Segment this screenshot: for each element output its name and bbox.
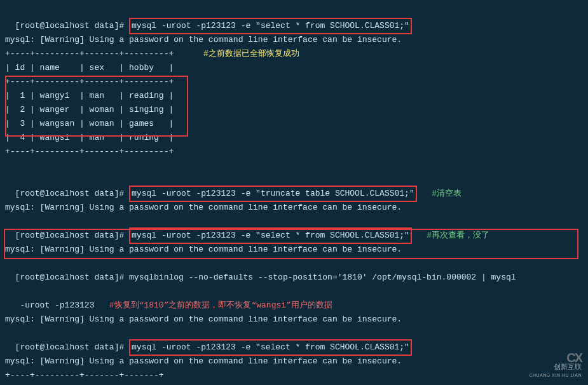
shell-prompt: [root@localhost data]# [15, 21, 129, 30]
mysqlbinlog-cmd: mysqlbinlog --no-defaults --stop-positio… [129, 273, 521, 282]
shell-prompt: [root@localhost data]# [15, 273, 129, 282]
table-separator: +----+---------+-------+---------+ #之前数据… [5, 47, 583, 61]
table-separator: +----+---------+-------+---------+ [5, 145, 583, 159]
watermark-logo: CX 创新互联 CHUANG XIN HU LIAN [529, 353, 582, 380]
table-header: | id | name | sex | hobby | [5, 61, 583, 75]
logo-mark: CX [529, 353, 582, 362]
terminal-line: [root@localhost data]# mysqlbinlog --no-… [5, 257, 583, 285]
mysql-select-cmd: mysql -uroot -p123123 -e "select * from … [129, 339, 412, 356]
table-separator: +----+---------+-------+---------+ [5, 75, 583, 89]
mysql-warning: mysql: [Warning] Using a password on the… [5, 243, 583, 257]
table-row: | 3 | wangsan | woman | games | [5, 117, 583, 131]
mysql-warning: mysql: [Warning] Using a password on the… [5, 355, 583, 368]
shell-prompt: [root@localhost data]# [15, 231, 129, 240]
terminal-line: [root@localhost data]# mysql -uroot -p12… [5, 215, 583, 243]
mysqlbinlog-cmd-cont: -uroot -p123123 [15, 301, 95, 310]
shell-prompt: [root@localhost data]# [15, 342, 129, 352]
table-row: | 4 | wangsi | man | runing | [5, 131, 583, 145]
mysql-select-cmd: mysql -uroot -p123123 -e "select * from … [129, 18, 412, 34]
terminal-line: [root@localhost data]# mysql -uroot -p12… [5, 327, 583, 355]
annotation: #之前数据已全部恢复成功 [203, 49, 299, 58]
table-row: | 1 | wangyi | man | reading | [5, 89, 583, 103]
annotation: #再次查看，没了 [427, 231, 489, 240]
table-header: | id | name | sex | hobby | [5, 382, 583, 385]
mysql-warning: mysql: [Warning] Using a password on the… [5, 33, 583, 47]
mysql-truncate-cmd: mysql -uroot -p123123 -e "truncate table… [129, 186, 417, 202]
terminal-line: [root@localhost data]# mysql -uroot -p12… [5, 173, 583, 201]
table-separator: +----+---------+-------+-------+ [5, 368, 583, 382]
annotation: #恢复到“1810”之前的数据，即不恢复“wangsi”用户的数据 [109, 301, 332, 310]
logo-text: 创新互联 [529, 362, 582, 371]
terminal-line: [root@localhost data]# mysql -uroot -p12… [5, 5, 583, 33]
annotation: #清空表 [432, 189, 462, 198]
logo-subtext: CHUANG XIN HU LIAN [529, 371, 582, 380]
blank-line [5, 159, 583, 173]
terminal-line: -uroot -p123123 #恢复到“1810”之前的数据，即不恢复“wan… [5, 285, 583, 313]
mysql-select-cmd: mysql -uroot -p123123 -e "select * from … [129, 227, 412, 244]
table-row: | 2 | wanger | woman | singing | [5, 103, 583, 117]
mysql-warning: mysql: [Warning] Using a password on the… [5, 201, 583, 215]
shell-prompt: [root@localhost data]# [15, 189, 129, 198]
mysql-warning: mysql: [Warning] Using a password on the… [5, 313, 583, 327]
